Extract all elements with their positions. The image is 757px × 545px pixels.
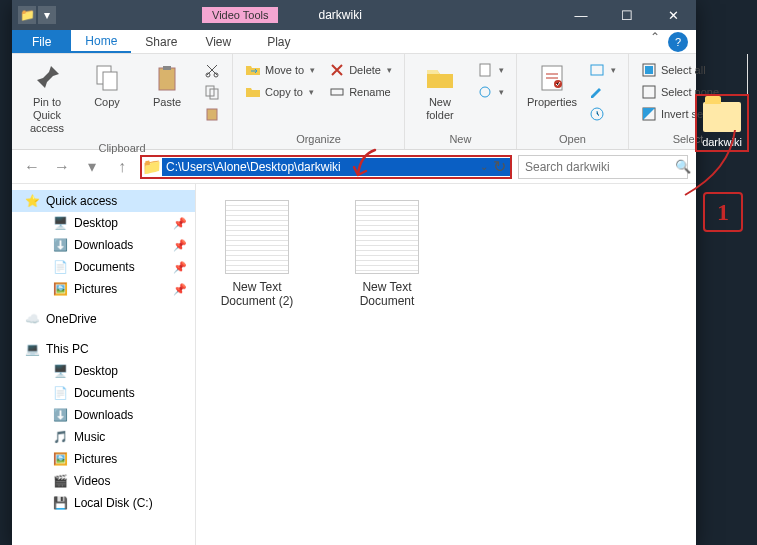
pc-pictures-item[interactable]: 🖼️Pictures [12, 448, 195, 470]
pc-localdisk-item[interactable]: 💾Local Disk (C:) [12, 492, 195, 514]
home-tab[interactable]: Home [71, 30, 131, 53]
edit-button[interactable] [585, 82, 620, 102]
pc-documents-item[interactable]: 📄Documents [12, 382, 195, 404]
delete-label: Delete [349, 64, 381, 76]
new-folder-icon [424, 62, 456, 94]
onedrive-item[interactable]: ☁️OneDrive [12, 308, 195, 330]
address-input[interactable] [162, 158, 510, 176]
this-pc-item[interactable]: 💻This PC [12, 338, 195, 360]
desktop-icon: 🖥️ [52, 363, 68, 379]
explorer-window: 📁 ▾ Video Tools darkwiki — ☐ ✕ File Home… [12, 0, 696, 545]
svg-rect-14 [591, 65, 603, 75]
svg-rect-9 [331, 89, 343, 95]
address-bar[interactable]: 📁 ⌄ ↻ [140, 155, 512, 179]
move-to-button[interactable]: Move to [241, 60, 319, 80]
back-button[interactable]: ← [20, 155, 44, 179]
maximize-button[interactable]: ☐ [604, 0, 650, 30]
pin-icon [31, 62, 63, 94]
qat-item[interactable]: ▾ [38, 6, 56, 24]
file-tab[interactable]: File [12, 30, 71, 53]
file-list[interactable]: New Text Document (2) New Text Document [196, 184, 696, 545]
star-icon: ⭐ [24, 193, 40, 209]
pin-quick-access-button[interactable]: Pin to Quick access [20, 58, 74, 140]
desktop-item[interactable]: 🖥️Desktop📌 [12, 212, 195, 234]
window-title: darkwiki [318, 8, 361, 22]
easy-access-button[interactable] [473, 82, 508, 102]
pin-label: Pin to Quick access [22, 96, 72, 136]
folder-icon [703, 102, 741, 132]
share-tab[interactable]: Share [131, 30, 191, 53]
search-input[interactable] [525, 160, 675, 174]
copy-to-icon [245, 84, 261, 100]
desktop-folder-shortcut[interactable]: darkwiki [695, 94, 749, 152]
refresh-icon[interactable]: ↻ [493, 157, 506, 176]
move-to-label: Move to [265, 64, 304, 76]
up-button[interactable]: ↑ [110, 155, 134, 179]
copy-button[interactable]: Copy [80, 58, 134, 113]
navigation-pane: ⭐Quick access 🖥️Desktop📌 ⬇️Downloads📌 📄D… [12, 184, 196, 545]
new-folder-button[interactable]: New folder [413, 58, 467, 126]
file-item[interactable]: New Text Document [342, 200, 432, 308]
file-item[interactable]: New Text Document (2) [212, 200, 302, 308]
quick-access-item[interactable]: ⭐Quick access [12, 190, 195, 212]
select-all-button[interactable]: Select all [637, 60, 739, 80]
thispc-icon: 💻 [24, 341, 40, 357]
pin-icon: 📌 [173, 261, 187, 274]
paste-button[interactable]: Paste [140, 58, 194, 113]
new-group: New folder New [405, 54, 517, 149]
pc-desktop-item[interactable]: 🖥️Desktop [12, 360, 195, 382]
minimize-button[interactable]: — [558, 0, 604, 30]
documents-item[interactable]: 📄Documents📌 [12, 256, 195, 278]
search-icon[interactable]: 🔍 [675, 159, 691, 174]
edit-icon [589, 84, 605, 100]
address-dropdown-icon[interactable]: ⌄ [480, 161, 488, 172]
copy-to-label: Copy to [265, 86, 303, 98]
play-tab[interactable]: Play [247, 30, 310, 53]
copy-to-button[interactable]: Copy to [241, 82, 319, 102]
view-tab[interactable]: View [191, 30, 245, 53]
collapse-ribbon-icon[interactable]: ⌃ [642, 30, 668, 53]
select-all-icon [641, 62, 657, 78]
new-item-button[interactable] [473, 60, 508, 80]
svg-point-11 [480, 87, 490, 97]
properties-button[interactable]: Properties [525, 58, 579, 113]
delete-button[interactable]: Delete [325, 60, 396, 80]
new-folder-label: New folder [415, 96, 465, 122]
folder-icon: 📁 [142, 157, 162, 176]
documents-icon: 📄 [52, 385, 68, 401]
recent-button[interactable]: ▾ [80, 155, 104, 179]
select-all-label: Select all [661, 64, 706, 76]
nav-label: Documents [74, 386, 135, 400]
close-button[interactable]: ✕ [650, 0, 696, 30]
disk-icon: 💾 [52, 495, 68, 511]
nav-label: Local Disk (C:) [74, 496, 153, 510]
cut-button[interactable] [200, 60, 224, 80]
file-name: New Text Document (2) [212, 280, 302, 308]
svg-rect-17 [645, 66, 653, 74]
forward-button[interactable]: → [50, 155, 74, 179]
help-icon[interactable]: ? [668, 32, 688, 52]
pc-music-item[interactable]: 🎵Music [12, 426, 195, 448]
nav-label: OneDrive [46, 312, 97, 326]
pictures-icon: 🖼️ [52, 281, 68, 297]
search-box[interactable]: 🔍 [518, 155, 688, 179]
text-file-icon [225, 200, 289, 274]
rename-button[interactable]: Rename [325, 82, 396, 102]
downloads-item[interactable]: ⬇️Downloads📌 [12, 234, 195, 256]
copy-label: Copy [94, 96, 120, 109]
nav-label: Quick access [46, 194, 117, 208]
open-button[interactable] [585, 60, 620, 80]
properties-icon [536, 62, 568, 94]
copy-path-button[interactable] [200, 82, 224, 102]
paste-shortcut-button[interactable] [200, 104, 224, 124]
clipboard-group: Pin to Quick access Copy Paste Clipboard [12, 54, 233, 149]
pc-downloads-item[interactable]: ⬇️Downloads [12, 404, 195, 426]
pictures-item[interactable]: 🖼️Pictures📌 [12, 278, 195, 300]
pictures-icon: 🖼️ [52, 451, 68, 467]
downloads-icon: ⬇️ [52, 237, 68, 253]
history-button[interactable] [585, 104, 620, 124]
file-name: New Text Document [342, 280, 432, 308]
nav-label: Desktop [74, 364, 118, 378]
pc-videos-item[interactable]: 🎬Videos [12, 470, 195, 492]
svg-rect-18 [643, 86, 655, 98]
